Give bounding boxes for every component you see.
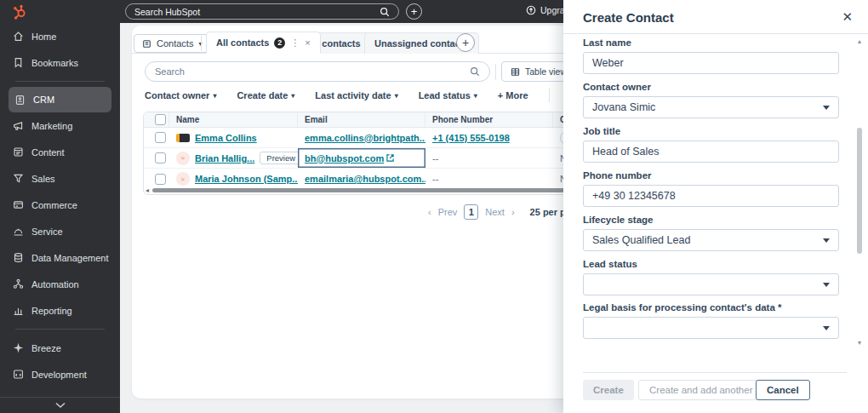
table-view-label: Table view: [525, 66, 567, 77]
tab-close-icon[interactable]: ×: [305, 37, 310, 48]
column-header-email[interactable]: Email: [298, 112, 425, 127]
sidebar-item-service[interactable]: Service: [0, 218, 120, 244]
scroll-left-icon[interactable]: ◂: [146, 186, 152, 194]
object-type-dropdown[interactable]: Contacts ▾: [134, 34, 210, 53]
divider: [549, 89, 550, 102]
lifecycle-stage-select[interactable]: Sales Qualified Lead: [583, 229, 839, 251]
sidebar-item-label: Home: [31, 32, 56, 42]
row-checkbox[interactable]: [155, 132, 166, 143]
sidebar-item-label: CRM: [33, 95, 54, 105]
prev-button[interactable]: Prev: [438, 207, 458, 217]
next-button[interactable]: Next: [485, 207, 505, 217]
field-label: Contact owner: [583, 82, 839, 92]
global-search-input[interactable]: Search HubSpot: [125, 3, 399, 20]
scroll-down-icon[interactable]: ▾: [858, 339, 861, 347]
sparkle-icon: [13, 342, 24, 353]
filter-create-date[interactable]: Create date▾: [237, 90, 294, 100]
panel-scrollbar-thumb[interactable]: [857, 128, 862, 254]
cancel-button[interactable]: Cancel: [756, 380, 810, 400]
sidebar-item-breeze[interactable]: Breeze: [0, 335, 120, 361]
sidebar-item-content[interactable]: Content: [0, 139, 120, 165]
contact-email-link[interactable]: emma.collins@brightpath...: [305, 133, 425, 143]
field-label: Lead status: [583, 259, 839, 269]
sidebar-item-bookmarks[interactable]: Bookmarks: [0, 49, 120, 76]
contact-phone-link[interactable]: +1 (415) 555-0198: [432, 133, 510, 143]
field-label: Phone number: [583, 170, 839, 181]
filter-contact-owner[interactable]: Contact owner▾: [145, 90, 216, 100]
avatar: ≈: [176, 152, 190, 165]
external-link-icon[interactable]: [386, 154, 394, 162]
sidebar-item-marketing[interactable]: Marketing: [0, 112, 120, 139]
divider: [201, 36, 202, 51]
preview-button[interactable]: Preview: [260, 152, 298, 164]
sidebar-item-development[interactable]: Development: [0, 361, 120, 387]
create-button[interactable]: Create: [583, 380, 634, 400]
hubspot-logo-icon[interactable]: [13, 4, 28, 20]
chevron-down-icon: [54, 402, 66, 409]
chevron-down-icon: ▾: [474, 92, 477, 100]
last-name-input[interactable]: [583, 52, 839, 74]
lead-status-select[interactable]: [583, 273, 839, 295]
list-search-input[interactable]: Search: [145, 61, 490, 82]
contact-phone-cell: --: [425, 148, 553, 168]
close-icon[interactable]: ✕: [842, 9, 853, 25]
contact-email-link[interactable]: emailmaria@hubspot.com...: [305, 174, 425, 184]
tab-all-contacts[interactable]: All contacts 2 ⋮ ×: [206, 32, 321, 54]
service-bell-icon: [13, 226, 24, 237]
funnel-icon: [13, 173, 24, 184]
contact-owner-select[interactable]: Jovana Simic: [583, 96, 839, 118]
sidebar-collapse-button[interactable]: [0, 397, 120, 413]
sidebar-item-label: Data Management: [31, 253, 109, 263]
column-header-name[interactable]: Name: [169, 112, 298, 127]
job-title-input[interactable]: [583, 141, 839, 163]
create-contact-panel: Create Contact ✕ Last name Contact owner…: [563, 0, 868, 413]
select-all-checkbox[interactable]: [155, 114, 166, 125]
home-icon: [13, 31, 24, 42]
scroll-up-icon[interactable]: ▴: [858, 37, 861, 45]
filter-last-activity-date[interactable]: Last activity date▾: [315, 90, 397, 100]
sidebar-item-reporting[interactable]: Reporting: [0, 297, 120, 324]
quick-create-button[interactable]: +: [406, 3, 422, 20]
filter-more-button[interactable]: + More: [498, 90, 528, 100]
filter-lead-status[interactable]: Lead status▾: [419, 90, 477, 100]
phone-number-field: Phone number: [583, 170, 839, 207]
phone-number-input[interactable]: [583, 185, 839, 207]
column-header-phone[interactable]: Phone Number: [425, 112, 553, 127]
sidebar-item-home[interactable]: Home: [0, 23, 120, 49]
sidebar-item-label: Bookmarks: [31, 58, 78, 68]
focused-email-cell[interactable]: bh@hubspot.com: [298, 148, 425, 168]
avatar: ≈: [176, 172, 190, 186]
sidebar-item-commerce[interactable]: Commerce: [0, 192, 120, 218]
tab-options-icon[interactable]: ⋮: [290, 37, 300, 49]
sidebar-item-data-management[interactable]: Data Management: [0, 244, 120, 271]
contact-name-link[interactable]: Maria Johnson (Samp...: [195, 174, 298, 184]
search-icon: [380, 7, 390, 17]
page-number[interactable]: 1: [464, 204, 478, 220]
sidebar-item-automation[interactable]: Automation: [0, 271, 120, 297]
sidebar-item-crm[interactable]: CRM: [9, 87, 111, 112]
divider: [495, 64, 496, 80]
footer-divider: [583, 372, 847, 373]
add-view-button[interactable]: +: [456, 33, 475, 52]
crm-icon: [14, 95, 26, 106]
next-chevron-icon[interactable]: ›: [511, 207, 515, 217]
create-and-add-another-button[interactable]: Create and add another: [638, 380, 763, 400]
search-icon: [470, 66, 480, 77]
prev-chevron-icon[interactable]: ‹: [428, 207, 431, 217]
chevron-down-icon: ▾: [395, 92, 398, 100]
sidebar-item-label: Breeze: [31, 343, 61, 353]
panel-header: Create Contact ✕: [563, 0, 868, 34]
row-checkbox[interactable]: [155, 152, 166, 163]
sidebar-item-sales[interactable]: Sales: [0, 165, 120, 192]
legal-basis-select[interactable]: [583, 317, 839, 339]
tab-count-badge: 2: [274, 37, 285, 49]
contact-phone-cell: --: [425, 169, 553, 189]
contact-email-link[interactable]: bh@hubspot.com: [305, 153, 384, 163]
sidebar-divider: [15, 329, 105, 330]
row-checkbox[interactable]: [155, 174, 166, 185]
contact-name-link[interactable]: Emma Collins: [195, 133, 257, 143]
hubspot-crm-app: Home Bookmarks CRM Marketing Content S: [0, 0, 868, 413]
global-search-placeholder: Search HubSpot: [134, 7, 380, 17]
contact-name-link[interactable]: Brian Hallig...: [195, 153, 254, 163]
sidebar-item-label: Automation: [31, 279, 79, 290]
